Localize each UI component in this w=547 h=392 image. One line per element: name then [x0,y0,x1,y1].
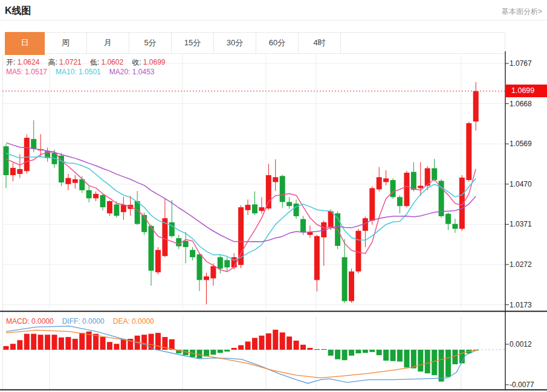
candle [390,180,396,197]
candle [328,211,334,228]
candle [432,169,437,181]
candle [245,205,251,210]
macd-histogram-bar [280,332,285,350]
candle [24,138,30,171]
candle [252,204,257,213]
macd-histogram-bar [141,335,147,350]
y-axis-tick-label: 1.0668 [510,99,532,109]
legend-item: MA20: 1.0453 [109,68,155,76]
y-axis-tick-label: 1.0767 [510,59,532,68]
candle [466,123,471,180]
candle [397,197,403,206]
macd-histogram-bar [231,348,237,350]
macd-histogram-bar [259,336,264,350]
candle [190,250,195,257]
legend-item: MACD: 0.0000 [6,317,54,326]
legend-item: DIFF: 0.0000 [62,317,105,326]
candle [100,195,106,207]
legend-item: 高: 1.0721 [48,57,81,68]
macd-histogram-bar [52,335,57,350]
candle [176,238,181,246]
candle [155,250,161,272]
candle [286,202,292,206]
y-axis-tick-label: 1.0470 [510,179,532,189]
legend-item: 开: 1.0624 [6,57,39,68]
macd-histogram-bar [300,345,306,350]
macd-histogram-bar [286,336,292,350]
candle [404,173,409,206]
panel-separator [0,311,547,312]
y-axis-tick-label: 1.0371 [510,219,532,229]
kline-page: K线图 基本面分析> 日周月5分15分30分60分4时 开: 1.0624高: … [0,0,547,392]
macd-histogram-bar [224,350,230,352]
macd-histogram-bar [404,350,409,367]
macd-histogram-bar [218,350,223,353]
macd-histogram-bar [321,349,326,350]
candle [73,179,78,183]
candle [383,178,389,182]
macd-histogram-bar [418,350,423,371]
macd-histogram-bar [314,349,320,350]
macd-histogram-bar [107,342,112,350]
macd-histogram-bar [245,341,251,350]
candle [273,177,278,182]
legend-item: MA10: 1.0501 [56,68,101,76]
candle [141,215,147,232]
candle [355,231,361,271]
candle [452,224,458,229]
macd-histogram-bar [10,344,16,350]
candle [17,169,22,174]
candle [266,175,271,208]
macd-histogram-bar [328,350,334,356]
candle [135,201,140,224]
macd-histogram-bar [73,339,78,350]
macd-histogram-bar [439,350,444,382]
macd-histogram-bar [335,350,340,359]
macd-histogram-bar [377,350,382,355]
y-axis-tick-label: 0.0012 [510,339,532,349]
current-price-value: 1.0699 [511,86,534,95]
candle [149,226,154,271]
chart-bottom-border [0,390,547,391]
candle [65,178,71,184]
candle [259,207,264,211]
macd-histogram-bar [100,337,106,350]
candle [183,241,189,247]
ma-legend: MA5: 1.0517MA10: 1.0501MA20: 1.0453 [6,68,163,76]
candle [445,214,451,224]
candle [31,139,36,149]
legend-item: 低: 1.0602 [90,57,123,68]
legend-item: 收: 1.0699 [132,57,165,68]
candle [349,271,354,301]
candle [473,91,479,121]
candle [459,178,465,229]
macd-histogram-bar [342,350,348,360]
macd-histogram-bar [307,348,312,350]
candle [10,168,16,175]
macd-indicator-legend: MACD: 0.0000DIFF: 0.0000DEA: 0.0000 [6,317,163,326]
candle [342,257,348,301]
candle [418,185,423,188]
macd-histogram-bar [169,339,175,350]
macd-histogram-bar [65,337,71,350]
macd-histogram-bar [273,330,278,350]
macd-histogram-bar [363,350,368,353]
macd-histogram-bar [24,334,30,350]
candle [93,194,99,198]
candle [107,201,112,213]
candle [224,260,230,268]
macd-histogram-bar [38,335,44,350]
candle [169,222,175,236]
macd-histogram-bar [383,350,389,361]
y-axis-tick-label: -0.0077 [510,380,534,390]
macd-histogram-bar [45,335,50,350]
candle [411,172,416,190]
macd-histogram-bar [397,350,403,362]
macd-histogram-bar [390,350,396,361]
macd-histogram-bar [4,346,9,350]
macd-histogram-bar [266,333,271,350]
candle [314,236,320,280]
macd-histogram-bar [432,350,437,375]
y-axis-tick-label: 1.0173 [510,300,532,310]
macd-histogram-bar [452,350,458,364]
